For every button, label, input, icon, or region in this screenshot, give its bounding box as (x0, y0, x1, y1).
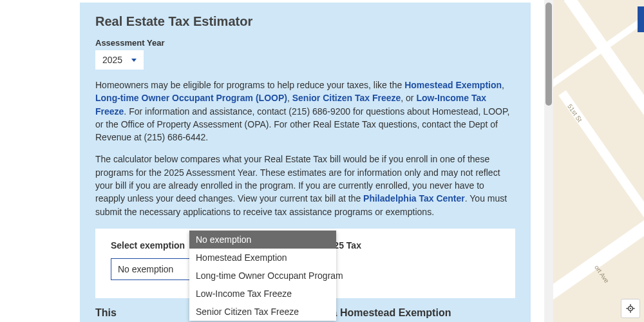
exemption-dropdown-list[interactable]: No exemption Homestead Exemption Long-ti… (189, 231, 336, 321)
info-paragraph-1: Homeowners may be eligible for programs … (95, 79, 515, 144)
exemption-option[interactable]: No exemption (189, 231, 336, 249)
exemption-option[interactable]: Homestead Exemption (189, 249, 336, 267)
scrollbar-thumb[interactable] (545, 3, 552, 106)
svg-point-1 (630, 308, 631, 309)
locate-button[interactable] (621, 299, 640, 318)
map-street-label: ort Ave (593, 264, 611, 285)
scrollbar-track[interactable] (544, 0, 553, 322)
assessment-year-label: Assessment Year (95, 38, 515, 48)
map-edge-marker (638, 6, 644, 32)
info-paragraph-2: The calculator below compares what your … (95, 153, 515, 218)
estimator-title: Real Estate Tax Estimator (95, 14, 515, 29)
chevron-down-icon (131, 59, 137, 62)
assessment-year-select[interactable]: 2025 (95, 50, 144, 70)
assessment-year-value: 2025 (102, 55, 122, 65)
map-road (553, 191, 644, 312)
link-loop[interactable]: Long-time Owner Occupant Program (LOOP) (95, 93, 287, 103)
crosshair-icon (625, 303, 636, 314)
link-senior-freeze[interactable]: Senior Citizen Tax Freeze (292, 93, 401, 103)
exemption-option[interactable]: Long-time Owner Occupant Program (189, 267, 336, 285)
map-panel[interactable]: 51st St ort Ave (553, 0, 644, 322)
exemption-option[interactable]: Low-Income Tax Freeze (189, 285, 336, 303)
exemption-select-value: No exemption (118, 264, 173, 274)
exemption-option[interactable]: Senior Citizen Tax Freeze (189, 303, 336, 321)
link-philadelphia-tax-center[interactable]: Philadelphia Tax Center (363, 193, 465, 204)
link-homestead-exemption[interactable]: Homestead Exemption (404, 80, 502, 90)
